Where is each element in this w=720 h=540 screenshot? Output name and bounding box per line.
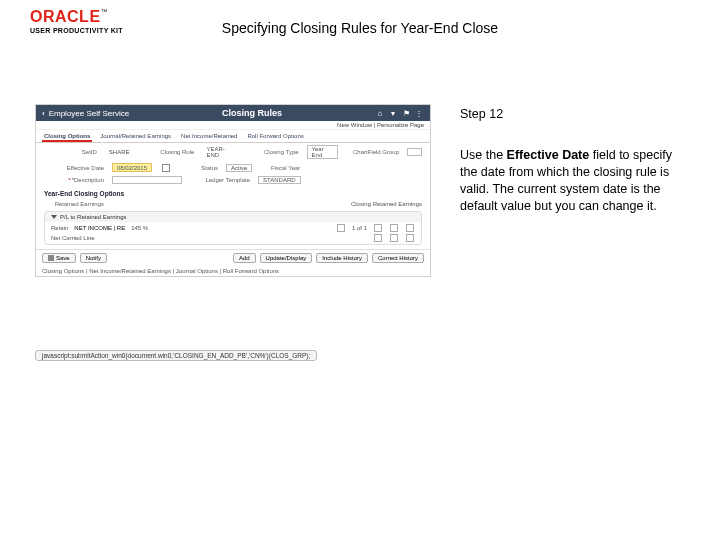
lab-retain: Retain <box>51 225 68 231</box>
prev-icon[interactable] <box>337 224 345 232</box>
description-input[interactable] <box>112 176 182 184</box>
del-row-icon[interactable] <box>406 224 414 232</box>
tab-journal-retained[interactable]: Journal/Retained Earnings <box>98 132 173 142</box>
screenshot-thumbnail: ‹ Employee Self Service Closing Rules ⌂ … <box>35 104 431 277</box>
back-label[interactable]: Employee Self Service <box>49 109 129 118</box>
bottom-crumb: Closing Options | Net Income/Retained Ea… <box>36 266 430 276</box>
tab-roll-forward[interactable]: Roll Forward Options <box>245 132 305 142</box>
sel-status[interactable]: Active <box>226 164 252 172</box>
minus-icon[interactable] <box>406 234 414 242</box>
pl-retained-box: P/L to Retained Earnings Retain NET INCO… <box>44 211 422 245</box>
plus-icon[interactable] <box>390 234 398 242</box>
instructions-panel: Step 12 Use the Effective Date field to … <box>460 106 690 214</box>
lookup-icon[interactable] <box>374 234 382 242</box>
flag-icon[interactable]: ⚑ <box>401 108 411 118</box>
lab-description: **Description <box>44 177 104 183</box>
val-closing-rule: YEAR-END <box>202 148 237 157</box>
val-setid: SHARE <box>105 148 134 157</box>
notify-button[interactable]: Notify <box>80 253 107 263</box>
instr-pre: Use the <box>460 148 507 162</box>
include-history-button[interactable]: Include History <box>316 253 368 263</box>
step-label: Step 12 <box>460 106 690 123</box>
sel-ledger-template[interactable]: STANDARD <box>258 176 301 184</box>
back-chevron-icon[interactable]: ‹ <box>42 109 45 118</box>
lab-retained: Retained Earnings <box>44 201 104 207</box>
lab-cf-group: ChartField Group <box>346 149 399 155</box>
lab-closing-rule: Closing Rule <box>142 149 195 155</box>
sel-closing-type[interactable]: Year End <box>307 145 339 159</box>
instruction-text: Use the Effective Date field to specify … <box>460 147 690 215</box>
row-description: **Description Ledger Template STANDARD <box>36 174 430 186</box>
lab-ledger-template: Ledger Template <box>190 177 250 183</box>
shot-title: Closing Rules <box>129 108 375 118</box>
sel-cf-group[interactable] <box>407 148 422 156</box>
home-icon[interactable]: ⌂ <box>375 108 385 118</box>
lab-effective-date: Effective Date <box>44 165 104 171</box>
row-count: 1 of 1 <box>352 225 367 231</box>
effective-date-field[interactable]: 08/02/2015 <box>112 163 152 172</box>
row-retained: Retained Earnings Closing Retained Earni… <box>36 199 430 209</box>
shot-titlebar: ‹ Employee Self Service Closing Rules ⌂ … <box>36 105 430 121</box>
lab-status: Status <box>178 165 218 171</box>
chevron-down-icon <box>51 215 57 219</box>
sec-closing-retained: Closing Retained Earnings <box>351 201 422 207</box>
pl-row-1: Retain NET INCOME | RE 145 % 1 of 1 <box>51 224 415 232</box>
next-icon[interactable] <box>374 224 382 232</box>
add-button[interactable]: Add <box>233 253 256 263</box>
correct-history-button[interactable]: Correct History <box>372 253 424 263</box>
sec-year-end-options: Year-End Closing Options <box>36 188 430 199</box>
doc-title: Specifying Closing Rules for Year-End Cl… <box>0 20 720 36</box>
update-button[interactable]: Update/Display <box>260 253 313 263</box>
search-icon[interactable]: ▾ <box>388 108 398 118</box>
tab-net-income[interactable]: Net Income/Retained <box>179 132 239 142</box>
shot-corner-links[interactable]: New Window | Personalize Page <box>36 121 430 130</box>
footer-bar: Save Notify Add Update/Display Include H… <box>36 249 430 266</box>
logo-tm: ™ <box>101 8 108 15</box>
instr-bold: Effective Date <box>507 148 590 162</box>
pct: 145 % <box>131 225 148 231</box>
shot-tabs: Closing Options Journal/Retained Earning… <box>36 130 430 143</box>
net-carried: Net Carried Line <box>51 235 95 241</box>
add-row-icon[interactable] <box>390 224 398 232</box>
save-button[interactable]: Save <box>42 253 76 263</box>
pl-row-2: Net Carried Line <box>51 234 415 242</box>
status-url: javascript:submitAction_win0(document.wi… <box>35 350 317 361</box>
save-icon <box>48 255 54 261</box>
row-effective-date: Effective Date 08/02/2015 Status Active … <box>36 161 430 174</box>
calendar-icon[interactable] <box>162 164 170 172</box>
pl-retained-title: P/L to Retained Earnings <box>60 214 127 220</box>
row-ids: SetID SHARE Closing Rule YEAR-END Closin… <box>36 143 430 161</box>
menu-icon[interactable]: ⋮ <box>414 108 424 118</box>
lab-setid: SetID <box>44 149 97 155</box>
val-retain[interactable]: NET INCOME | RE <box>74 225 125 231</box>
tab-closing-options[interactable]: Closing Options <box>42 132 92 142</box>
lab-fy: Fiscal Year <box>260 165 300 171</box>
lab-closing-type: Closing Type <box>246 149 299 155</box>
pl-retained-header[interactable]: P/L to Retained Earnings <box>45 212 421 222</box>
